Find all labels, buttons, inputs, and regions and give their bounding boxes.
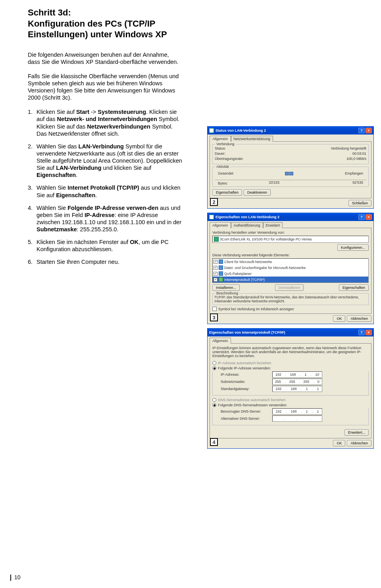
close-icon[interactable]: × <box>366 330 372 335</box>
dialog-titlebar[interactable]: Eigenschaften von Internetprotokoll (TCP… <box>208 329 373 336</box>
bytes-label: Bytes: <box>218 181 228 185</box>
step-6: 6. Starten Sie Ihren Computer neu. <box>28 258 183 265</box>
close-icon[interactable]: × <box>366 214 372 220</box>
dialog-titlebar[interactable]: Status von LAN-Verbindung 2 ? × <box>208 127 373 135</box>
cancel-button[interactable]: Abbrechen <box>347 315 371 322</box>
close-button[interactable]: Schließen <box>348 200 371 206</box>
dns1-label: Bevorzugter DNS-Server: <box>221 409 272 413</box>
dns2-label: Alternativer DNS-Server: <box>221 417 272 421</box>
uninstall-button: Deinstallieren <box>275 284 304 291</box>
step-heading: Schritt 3d: Konfiguration des PCs (TCP/I… <box>28 7 183 40</box>
gateway-input[interactable]: 192.168.1.1 <box>272 386 322 392</box>
step-5: 5. Klicken Sie im nächsten Fenster auf O… <box>28 238 183 253</box>
description-legend: Beschreibung <box>215 291 239 295</box>
protocol-icon <box>219 277 223 282</box>
tab-advanced[interactable]: Erweitert <box>263 222 283 228</box>
dialog-title: Eigenschaften von LAN-Verbindung 2 <box>216 215 279 219</box>
install-button[interactable]: Installieren... <box>212 284 240 291</box>
callout-badge-4: 4 <box>210 438 218 446</box>
connection-group-legend: Verbindung <box>215 142 236 146</box>
intro-paragraph-1: Die folgenden Anweisungen beruhen auf de… <box>28 51 183 65</box>
activity-group-legend: Aktivität <box>215 165 230 169</box>
advanced-button[interactable]: Erweitert... <box>344 429 369 436</box>
received-label: Empfangen <box>345 171 363 175</box>
description-text: TCP/IP, das Standardprotokoll für WAN-Ne… <box>214 295 359 303</box>
callout-badge-3: 3 <box>210 313 218 321</box>
cancel-button[interactable]: Abbrechen <box>347 440 371 446</box>
ip-address-label: IP-Adresse: <box>221 373 272 377</box>
gateway-label: Standardgateway: <box>221 387 272 391</box>
radio-auto-ip <box>212 361 216 365</box>
network-adapter-box: 3Com EtherLink XL 10/100 PCI für vollstä… <box>212 236 369 243</box>
subnet-mask-label: Subnetzmaske: <box>221 380 272 384</box>
close-icon[interactable]: × <box>366 128 372 133</box>
connect-using-label: Verbindung herstellen unter Verwendung v… <box>212 231 369 234</box>
tab-authentication[interactable]: Authentifizierung <box>231 222 263 228</box>
nic-icon <box>214 237 219 242</box>
tray-icon-label: Symbol bei Verbindung im Infobereich anz… <box>218 307 294 311</box>
step-2: 2. Wählen Sie das LAN-Verbindung Symbol … <box>28 143 183 179</box>
dialog-title: Eigenschaften von Internetprotokoll (TCP… <box>209 331 285 334</box>
step-4: 4. Wählen Sie Folgende IP-Adresse verwen… <box>28 204 183 233</box>
radio-manual-dns-label: Folgende DNS-Serveradressen verwenden: <box>218 403 287 407</box>
dns2-input[interactable]: ... <box>272 415 322 422</box>
radio-auto-dns <box>212 398 216 402</box>
client-icon <box>219 259 223 264</box>
adapter-name: 3Com EtherLink XL 10/100 PCI für vollstä… <box>220 237 312 241</box>
connection-icon <box>209 128 214 133</box>
help-button[interactable]: ? <box>358 128 365 133</box>
disable-button[interactable]: Deaktivieren <box>244 189 271 196</box>
radio-manual-ip[interactable] <box>212 366 216 370</box>
dns1-input[interactable]: 192.168.1.1 <box>272 408 322 415</box>
ok-button[interactable]: OK <box>333 315 345 322</box>
intro-paragraph-2: Falls Sie die klassische Oberfläche verw… <box>28 73 183 102</box>
properties-button[interactable]: Eigenschaften <box>339 284 369 291</box>
radio-auto-dns-label: DNS-Serveradresse automatisch beziehen <box>218 398 286 402</box>
list-item-selected[interactable]: ✓Internetprotokoll (TCP/IP) <box>213 277 368 282</box>
tab-network-support[interactable]: Netzwerkunterstützung <box>231 136 273 142</box>
bytes-sent: 33'233 <box>269 181 279 184</box>
list-item[interactable]: ✓QoS-Paketplaner <box>213 271 368 277</box>
instruction-list: 1. Klicken Sie auf Start -> Systemsteuer… <box>28 108 183 265</box>
page-number: 10 <box>10 574 21 581</box>
step-3: 3. Wählen Sie Internet Protokoll (TCP/IP… <box>28 184 183 198</box>
network-activity-icon <box>284 169 294 178</box>
ok-button[interactable]: OK <box>333 440 345 446</box>
properties-button[interactable]: Eigenschaften <box>212 189 242 196</box>
lan-properties-dialog: Eigenschaften von LAN-Verbindung 2 ? × A… <box>207 213 374 324</box>
status-label: Status: <box>215 146 331 150</box>
speed-label: Übertragungsrate: <box>215 157 346 161</box>
tab-general[interactable]: Allgemein <box>210 136 231 142</box>
tcpip-properties-dialog: Eigenschaften von Internetprotokoll (TCP… <box>207 328 374 449</box>
radio-manual-ip-label: Folgende IP-Adresse verwenden: <box>218 366 271 370</box>
ip-address-input[interactable]: 192.168.1.10 <box>272 371 322 378</box>
subnet-mask-input[interactable]: 255.255.255.0 <box>272 379 322 385</box>
help-button[interactable]: ? <box>358 214 365 220</box>
duration-value: 00:03:01 <box>352 152 366 156</box>
tray-icon-checkbox[interactable] <box>212 307 217 311</box>
lan-status-dialog: Status von LAN-Verbindung 2 ? × Allgemei… <box>207 126 374 209</box>
speed-value: 100,0 MBit/s <box>346 157 366 161</box>
bytes-received: 82'535 <box>352 181 363 184</box>
components-listbox[interactable]: ✓Client für Microsoft-Netzwerke ✓Datei- … <box>212 258 369 283</box>
list-item[interactable]: ✓Datei- und Druckerfreigabe für Microsof… <box>213 265 368 271</box>
radio-manual-dns[interactable] <box>212 403 216 407</box>
configure-button[interactable]: Konfigurieren... <box>337 244 369 251</box>
service-icon <box>219 271 223 276</box>
tab-general[interactable]: Allgemein <box>210 222 231 228</box>
elements-label: Diese Verbindung verwendet folgende Elem… <box>212 253 369 257</box>
dialog-titlebar[interactable]: Eigenschaften von LAN-Verbindung 2 ? × <box>208 213 373 221</box>
radio-auto-ip-label: IP-Adresse automatisch beziehen <box>218 361 271 365</box>
duration-label: Dauer: <box>215 152 352 156</box>
sent-label: Gesendet <box>218 171 233 175</box>
callout-badge-2: 2 <box>210 198 218 206</box>
connection-icon <box>209 215 214 219</box>
tab-general[interactable]: Allgemein <box>210 338 231 344</box>
help-button[interactable]: ? <box>358 330 365 335</box>
status-value: Verbindung hergestellt <box>331 146 366 150</box>
step-1: 1. Klicken Sie auf Start -> Systemsteuer… <box>28 108 183 137</box>
tcpip-blurb: IP-Einstellungen können automatisch zuge… <box>212 346 369 358</box>
service-icon <box>219 265 223 270</box>
dialog-title: Status von LAN-Verbindung 2 <box>216 129 266 133</box>
list-item[interactable]: ✓Client für Microsoft-Netzwerke <box>213 259 368 265</box>
